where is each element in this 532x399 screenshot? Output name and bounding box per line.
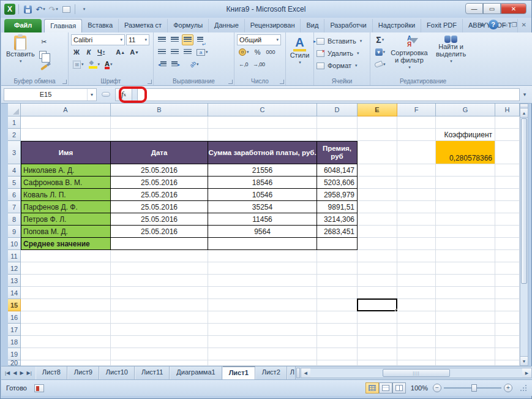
cell-C9[interactable]: 9564 xyxy=(208,226,317,238)
cell-D6[interactable]: 2958,979 xyxy=(317,189,358,201)
number-format-combo[interactable]: Общий▾ xyxy=(237,34,281,45)
cell-D2[interactable] xyxy=(317,129,358,141)
name-box[interactable]: E15 ▾ xyxy=(4,88,97,101)
save-button[interactable] xyxy=(22,3,33,15)
cell-H15[interactable] xyxy=(495,299,520,311)
cell-C7[interactable]: 35254 xyxy=(208,201,317,213)
tab-file[interactable]: Файл xyxy=(4,19,42,32)
column-header-H[interactable]: H xyxy=(495,104,520,116)
cell-F14[interactable] xyxy=(397,287,436,299)
undo-button[interactable]: ↶▾ xyxy=(35,3,46,15)
excel-logo-icon[interactable]: X xyxy=(4,4,15,15)
cell-C16[interactable] xyxy=(208,311,317,324)
column-header-C[interactable]: C xyxy=(208,104,317,116)
cell-C17[interactable] xyxy=(208,324,317,336)
sheet-tab-лист1[interactable]: Лист1 xyxy=(222,366,255,379)
accounting-format-button[interactable]: ¤▾ xyxy=(237,47,251,58)
cell-D19[interactable] xyxy=(317,348,358,360)
cell-G19[interactable] xyxy=(436,348,495,360)
cell-G6[interactable] xyxy=(436,189,495,201)
sheet-tab-лист8[interactable]: Лист8 xyxy=(36,367,67,379)
zoom-thumb[interactable] xyxy=(471,384,477,392)
cell-A1[interactable] xyxy=(21,116,111,129)
sheet-tab-лист2[interactable]: Лист2 xyxy=(255,367,287,379)
page-layout-view-button[interactable] xyxy=(379,382,392,393)
cell-A13[interactable] xyxy=(21,275,111,287)
cell-B3[interactable]: Дата xyxy=(111,141,208,164)
cell-F2[interactable] xyxy=(397,129,436,141)
tab-разработчи[interactable]: Разработчи xyxy=(324,19,372,32)
cell-E2[interactable] xyxy=(358,129,397,141)
format-painter-button[interactable] xyxy=(37,62,51,73)
cell-C6[interactable]: 10546 xyxy=(208,189,317,201)
cell-D7[interactable]: 9891,51 xyxy=(317,201,358,213)
cell-D16[interactable] xyxy=(317,311,358,324)
find-select-button[interactable]: Найти и выделить▾ xyxy=(432,34,471,72)
scroll-down-icon[interactable]: ▼ xyxy=(520,356,528,365)
cell-E5[interactable] xyxy=(358,177,397,189)
tab-рецензирован[interactable]: Рецензирован xyxy=(245,19,301,32)
cell-B15[interactable] xyxy=(111,299,208,311)
cell-G17[interactable] xyxy=(436,324,495,336)
cell-C12[interactable] xyxy=(208,262,317,275)
tab-foxit-pdf[interactable]: Foxit PDF xyxy=(421,19,463,32)
cell-G3[interactable]: 0,280578366 xyxy=(436,141,495,164)
cell-A19[interactable] xyxy=(21,348,111,360)
tab-разметка-ст[interactable]: Разметка ст xyxy=(119,19,168,32)
prev-sheet-icon[interactable]: ◀ xyxy=(12,369,18,377)
name-box-dropdown-icon[interactable]: ▾ xyxy=(87,89,96,101)
cell-A18[interactable] xyxy=(21,336,111,348)
cell-D1[interactable] xyxy=(317,116,358,129)
tab-данные[interactable]: Данные xyxy=(209,19,245,32)
cell-A7[interactable]: Парфенов Д. Ф. xyxy=(21,201,111,213)
cell-G7[interactable] xyxy=(436,201,495,213)
increase-indent-button[interactable]: ▸ xyxy=(170,59,182,70)
cell-A5[interactable]: Сафронова В. М. xyxy=(21,177,111,189)
cell-F8[interactable] xyxy=(397,213,436,226)
cell-C1[interactable] xyxy=(208,116,317,129)
cell-D17[interactable] xyxy=(317,324,358,336)
horizontal-scroll-thumb[interactable]: |||| xyxy=(383,369,450,377)
cell-H14[interactable] xyxy=(495,287,520,299)
cell-F10[interactable] xyxy=(397,238,436,250)
cell-B9[interactable]: 25.05.2016 xyxy=(111,226,208,238)
resize-grip[interactable] xyxy=(520,384,527,392)
cell-H19[interactable] xyxy=(495,348,520,360)
row-header-4[interactable]: 4 xyxy=(8,164,21,177)
sheet-tab-partial[interactable]: Л xyxy=(287,367,296,379)
select-all-corner[interactable] xyxy=(8,104,21,116)
tab-вставка[interactable]: Вставка xyxy=(82,19,119,32)
sheet-tab-диаграмма1[interactable]: Диаграмма1 xyxy=(170,367,222,379)
formula-bar-splitter[interactable] xyxy=(102,92,110,97)
font-size-combo[interactable]: 11▾ xyxy=(126,34,149,45)
cell-C10[interactable] xyxy=(208,238,317,250)
cell-E13[interactable] xyxy=(358,275,397,287)
styles-button[interactable]: А Стили▾ xyxy=(288,34,311,67)
underline-button[interactable]: Ч▾ xyxy=(96,47,107,58)
cell-A6[interactable]: Коваль Л. П. xyxy=(21,189,111,201)
cell-E20[interactable] xyxy=(358,360,397,366)
cell-B12[interactable] xyxy=(111,262,208,275)
help-icon[interactable]: ? xyxy=(489,20,498,29)
sheet-tab-лист10[interactable]: Лист10 xyxy=(99,367,135,379)
percent-style-button[interactable]: % xyxy=(252,47,263,58)
tab-главная[interactable]: Главная xyxy=(44,19,82,32)
cell-H3[interactable] xyxy=(495,141,520,164)
zoom-track[interactable] xyxy=(444,387,501,389)
cell-D20[interactable] xyxy=(317,360,358,366)
bold-button[interactable]: Ж xyxy=(71,47,82,58)
cell-H6[interactable] xyxy=(495,189,520,201)
table-mode-icon[interactable] xyxy=(61,3,72,15)
cell-F5[interactable] xyxy=(397,177,436,189)
cell-G8[interactable] xyxy=(436,213,495,226)
cell-H12[interactable] xyxy=(495,262,520,275)
cell-F1[interactable] xyxy=(397,116,436,129)
cell-G13[interactable] xyxy=(436,275,495,287)
cell-B1[interactable] xyxy=(111,116,208,129)
cell-F6[interactable] xyxy=(397,189,436,201)
row-header-1[interactable]: 1 xyxy=(8,116,21,129)
cell-E14[interactable] xyxy=(358,287,397,299)
cell-F19[interactable] xyxy=(397,348,436,360)
row-header-16[interactable]: 16 xyxy=(8,311,21,324)
column-header-F[interactable]: F xyxy=(397,104,436,116)
